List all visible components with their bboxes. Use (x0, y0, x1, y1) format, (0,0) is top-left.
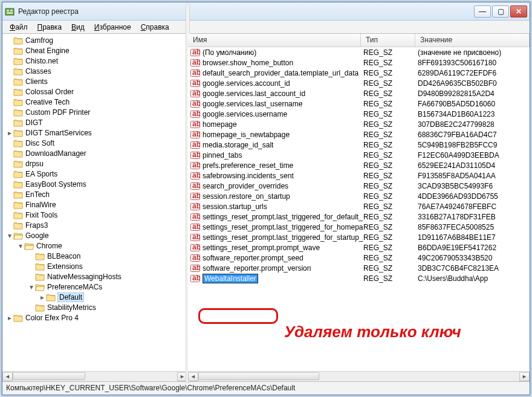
tree-item[interactable]: EasyBoot Systems (2, 179, 187, 189)
values-hscrollbar[interactable]: ◄ ► (188, 371, 530, 381)
value-row[interactable]: browser.show_home_buttonREG_SZ8FF691393C… (188, 57, 530, 68)
value-name: google.services.last_username (203, 100, 302, 108)
value-row[interactable]: settings_reset_prompt.prompt_waveREG_SZB… (188, 242, 530, 253)
minimize-button[interactable]: — (474, 5, 491, 18)
string-value-icon (190, 202, 200, 211)
value-type: REG_SZ (363, 254, 418, 262)
tree-item[interactable]: Camfrog (2, 35, 187, 45)
values-list[interactable]: (По умолчанию)REG_SZ(значение не присвое… (188, 47, 530, 371)
value-row[interactable]: prefs.preference_reset_timeREG_SZ6529EE2… (188, 160, 530, 170)
registry-tree[interactable]: CamfrogCheat EngineChisto.netClassesClie… (2, 34, 187, 371)
value-row[interactable]: settings_reset_prompt.last_triggered_for… (188, 232, 530, 242)
tree-item[interactable]: Clients (2, 76, 187, 86)
col-type[interactable]: Тип (361, 34, 415, 47)
value-row[interactable]: homepageREG_SZ307DB8E2C247799828 (188, 119, 530, 129)
expander-icon[interactable]: ▾ (17, 242, 24, 250)
value-row[interactable]: settings_reset_prompt.last_triggered_for… (188, 211, 530, 222)
value-row[interactable]: WebaltaInstallerREG_SZC:\Users\Buddha\Ap… (188, 273, 530, 283)
tree-item[interactable]: Fixit Tools (2, 210, 187, 220)
tree-item-label: Color Efex Pro 4 (25, 314, 79, 322)
expander-icon[interactable]: ▸ (6, 314, 13, 322)
string-value-icon (190, 79, 200, 88)
value-row[interactable]: (По умолчанию)REG_SZ(значение не присвое… (188, 47, 530, 57)
col-value[interactable]: Значение (415, 34, 530, 47)
tree-item[interactable]: EnTech (2, 189, 187, 199)
value-type: REG_SZ (363, 192, 418, 201)
value-name: software_reporter.prompt_version (203, 264, 311, 273)
tree-item[interactable]: Custom PDF Printer (2, 107, 187, 117)
tree-item[interactable]: Cheat Engine (2, 45, 187, 56)
minimize-icon: — (479, 7, 486, 16)
value-row[interactable]: homepage_is_newtabpageREG_SZ68836C79FBA1… (188, 129, 530, 140)
tree-item[interactable]: Disc Soft (2, 138, 187, 148)
tree-item-label: Clients (25, 77, 48, 86)
tree-item-label: Chisto.net (25, 57, 58, 65)
scroll-right-icon[interactable]: ► (519, 372, 530, 381)
value-row[interactable]: google.services.last_account_idREG_SZD94… (188, 88, 530, 98)
string-value-icon (190, 140, 200, 150)
svg-rect-2 (10, 10, 13, 11)
value-row[interactable]: default_search_provider_data.template_ur… (188, 68, 530, 78)
value-type: REG_SZ (363, 202, 418, 211)
tree-item[interactable]: Colossal Order (2, 86, 187, 97)
value-row[interactable]: google.services.usernameREG_SZB156734AD1… (188, 109, 530, 119)
value-name: media.storage_id_salt (203, 141, 273, 149)
maximize-button[interactable]: ▢ (492, 5, 509, 18)
expander-icon[interactable]: ▾ (28, 283, 35, 291)
tree-item[interactable]: StabilityMetrics (2, 302, 187, 312)
expander-icon[interactable]: ▾ (6, 231, 13, 240)
value-type: REG_SZ (363, 89, 418, 98)
tree-item-label: EnTech (25, 190, 50, 199)
expander-icon[interactable]: ▸ (39, 293, 46, 302)
menu-view[interactable]: Вид (66, 22, 89, 33)
column-headers[interactable]: Имя Тип Значение (188, 34, 530, 47)
value-row[interactable]: session.restore_on_startupREG_SZ4DDE3966… (188, 191, 530, 201)
tree-item[interactable]: ▸Color Efex Pro 4 (2, 312, 187, 323)
tree-item[interactable]: ▸DIGT SmartServices (2, 127, 187, 138)
tree-item[interactable]: Chisto.net (2, 56, 187, 66)
value-type: REG_SZ (363, 182, 418, 190)
value-row[interactable]: software_reporter.prompt_versionREG_SZ3D… (188, 263, 530, 273)
titlebar[interactable]: Редактор реестра — ▢ ✕ (2, 2, 530, 21)
value-row[interactable]: safebrowsing.incidents_sentREG_SZF913585… (188, 170, 530, 181)
value-row[interactable]: media.storage_id_saltREG_SZ5C949B198FB2B… (188, 140, 530, 150)
col-name[interactable]: Имя (188, 34, 361, 47)
value-data: 85F8637FECA5008525 (418, 223, 530, 231)
tree-item[interactable]: Creative Tech (2, 97, 187, 107)
tree-item[interactable]: NativeMessagingHosts (2, 271, 187, 282)
tree-item[interactable]: ▾Chrome (2, 240, 187, 251)
value-row[interactable]: software_reporter.prompt_seedREG_SZ49C20… (188, 253, 530, 263)
value-name: homepage (203, 120, 237, 129)
value-row[interactable]: settings_reset_prompt.last_triggered_for… (188, 222, 530, 232)
menu-help[interactable]: Справка (136, 22, 174, 33)
scroll-left-icon[interactable]: ◄ (2, 372, 13, 381)
tree-item[interactable]: EA Sports (2, 169, 187, 179)
tree-item[interactable]: BLBeacon (2, 251, 187, 261)
tree-item[interactable]: DownloadManager (2, 148, 187, 158)
expander-icon[interactable]: ▸ (6, 129, 13, 137)
tree-item[interactable]: DIGT (2, 117, 187, 127)
tree-item-label: Creative Tech (25, 98, 70, 106)
value-row[interactable]: pinned_tabsREG_SZF12EC60A499D3EEBDA (188, 150, 530, 160)
close-button[interactable]: ✕ (510, 5, 527, 18)
menu-file[interactable]: Файл (5, 22, 33, 33)
scroll-left-icon[interactable]: ◄ (188, 372, 198, 381)
value-data: 1D91167A6B84BE11E7 (418, 233, 530, 242)
value-row[interactable]: session.startup_urlsREG_SZ76AE7A4924678F… (188, 201, 530, 211)
menu-edit[interactable]: Правка (33, 22, 67, 33)
tree-item[interactable]: FinalWire (2, 199, 187, 210)
tree-item[interactable]: Fraps3 (2, 220, 187, 230)
tree-item[interactable]: ▾PreferenceMACs (2, 282, 187, 292)
tree-item[interactable]: ▾Google (2, 230, 187, 240)
tree-item[interactable]: drpsu (2, 158, 187, 169)
value-row[interactable]: google.services.last_usernameREG_SZFA667… (188, 98, 530, 109)
value-row[interactable]: search_provider_overridesREG_SZ3CAD93B5B… (188, 181, 530, 191)
string-value-icon (190, 120, 200, 129)
value-row[interactable]: google.services.account_idREG_SZDD426A96… (188, 78, 530, 88)
menu-favorites[interactable]: Избранное (89, 22, 136, 33)
tree-item[interactable]: ▸Default (2, 292, 187, 302)
value-data: 49C20679053343B520 (418, 254, 530, 262)
tree-hscrollbar[interactable]: ◄ ► (2, 371, 187, 381)
tree-item[interactable]: Extensions (2, 261, 187, 271)
tree-item[interactable]: Classes (2, 66, 187, 76)
